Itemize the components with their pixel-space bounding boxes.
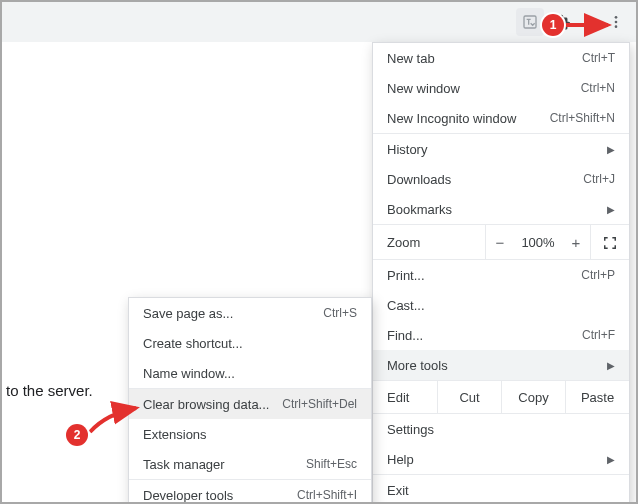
menu-more-tools[interactable]: More tools ▶	[373, 350, 629, 380]
menu-shortcut: Ctrl+Shift+N	[550, 111, 615, 125]
menu-label: History	[387, 142, 427, 157]
submenu-task-manager[interactable]: Task manager Shift+Esc	[129, 449, 371, 479]
submenu-arrow-icon: ▶	[607, 360, 615, 371]
menu-label: Settings	[387, 422, 434, 437]
submenu-clear-browsing-data[interactable]: Clear browsing data... Ctrl+Shift+Del	[129, 389, 371, 419]
menu-cast[interactable]: Cast...	[373, 290, 629, 320]
menu-label: New window	[387, 81, 460, 96]
fullscreen-button[interactable]	[591, 234, 629, 250]
extensions-icon[interactable]	[548, 8, 576, 36]
edit-paste-button[interactable]: Paste	[565, 381, 629, 413]
more-tools-submenu: Save page as... Ctrl+S Create shortcut..…	[128, 297, 372, 504]
zoom-in-button[interactable]: +	[562, 234, 590, 251]
menu-label: Name window...	[143, 366, 235, 381]
submenu-developer-tools[interactable]: Developer tools Ctrl+Shift+I	[129, 480, 371, 504]
menu-shortcut: Ctrl+P	[581, 268, 615, 282]
svg-point-1	[615, 16, 618, 19]
menu-label: Developer tools	[143, 488, 233, 503]
menu-shortcut: Ctrl+T	[582, 51, 615, 65]
menu-label: Clear browsing data...	[143, 397, 269, 412]
submenu-arrow-icon: ▶	[607, 454, 615, 465]
menu-shortcut: Ctrl+N	[581, 81, 615, 95]
menu-label: Help	[387, 452, 414, 467]
translate-icon[interactable]	[516, 8, 544, 36]
menu-new-incognito[interactable]: New Incognito window Ctrl+Shift+N	[373, 103, 629, 133]
menu-shortcut: Ctrl+J	[583, 172, 615, 186]
menu-label: Print...	[387, 268, 425, 283]
menu-downloads[interactable]: Downloads Ctrl+J	[373, 164, 629, 194]
zoom-percent: 100%	[514, 235, 562, 250]
menu-label: New tab	[387, 51, 435, 66]
menu-bookmarks[interactable]: Bookmarks ▶	[373, 194, 629, 224]
menu-new-tab[interactable]: New tab Ctrl+T	[373, 43, 629, 73]
menu-help[interactable]: Help ▶	[373, 444, 629, 474]
menu-label: Exit	[387, 483, 409, 498]
zoom-out-button[interactable]: −	[486, 234, 514, 251]
edit-cut-button[interactable]: Cut	[437, 381, 501, 413]
menu-shortcut: Ctrl+F	[582, 328, 615, 342]
svg-rect-0	[524, 16, 536, 28]
menu-print[interactable]: Print... Ctrl+P	[373, 260, 629, 290]
svg-point-2	[615, 21, 618, 24]
submenu-create-shortcut[interactable]: Create shortcut...	[129, 328, 371, 358]
menu-label: New Incognito window	[387, 111, 516, 126]
zoom-label: Zoom	[373, 235, 485, 250]
menu-history[interactable]: History ▶	[373, 134, 629, 164]
menu-shortcut: Ctrl+Shift+Del	[282, 397, 357, 411]
submenu-name-window[interactable]: Name window...	[129, 358, 371, 388]
annotation-badge-2: 2	[66, 424, 88, 446]
browser-toolbar	[2, 2, 636, 42]
menu-label: Cast...	[387, 298, 425, 313]
menu-shortcut: Shift+Esc	[306, 457, 357, 471]
menu-find[interactable]: Find... Ctrl+F	[373, 320, 629, 350]
menu-settings[interactable]: Settings	[373, 414, 629, 444]
toolbar-spacer	[580, 8, 598, 36]
menu-label: Find...	[387, 328, 423, 343]
menu-label: Downloads	[387, 172, 451, 187]
submenu-arrow-icon: ▶	[607, 204, 615, 215]
overflow-menu-button[interactable]	[602, 8, 630, 36]
menu-label: More tools	[387, 358, 448, 373]
submenu-save-page[interactable]: Save page as... Ctrl+S	[129, 298, 371, 328]
menu-zoom-row: Zoom − 100% +	[373, 224, 629, 260]
menu-label: Save page as...	[143, 306, 233, 321]
page-fragment-text: to the server.	[6, 382, 93, 399]
svg-point-3	[615, 25, 618, 28]
menu-label: Bookmarks	[387, 202, 452, 217]
menu-new-window[interactable]: New window Ctrl+N	[373, 73, 629, 103]
menu-shortcut: Ctrl+Shift+I	[297, 488, 357, 502]
menu-exit[interactable]: Exit	[373, 475, 629, 504]
menu-label: Extensions	[143, 427, 207, 442]
chrome-main-menu: New tab Ctrl+T New window Ctrl+N New Inc…	[372, 42, 630, 504]
menu-edit-row: Edit Cut Copy Paste	[373, 380, 629, 414]
menu-label: Create shortcut...	[143, 336, 243, 351]
submenu-arrow-icon: ▶	[607, 144, 615, 155]
menu-shortcut: Ctrl+S	[323, 306, 357, 320]
edit-label: Edit	[373, 390, 437, 405]
menu-label: Task manager	[143, 457, 225, 472]
submenu-extensions[interactable]: Extensions	[129, 419, 371, 449]
edit-copy-button[interactable]: Copy	[501, 381, 565, 413]
